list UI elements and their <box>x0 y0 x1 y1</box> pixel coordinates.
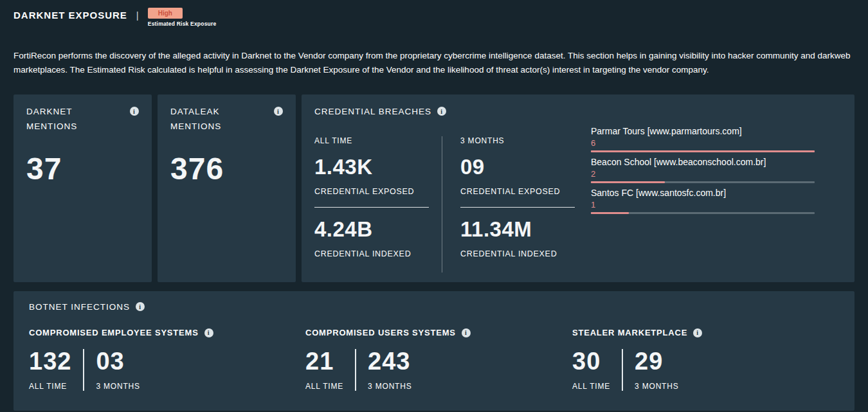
all-time-stat: 132 ALL TIME <box>29 348 71 391</box>
stats-row: 132 ALL TIME 03 3 MONTHS <box>29 348 305 391</box>
info-icon[interactable]: i <box>130 107 139 116</box>
list-item: Santos FC [www.santosfc.com.br] 1 <box>591 188 815 214</box>
breach-bar-fill <box>591 212 629 214</box>
dataleak-mentions-title: DATALEAK MENTIONS i <box>170 105 283 134</box>
breach-bar-fill <box>591 181 665 183</box>
credential-breaches-three-months-column: 3 MONTHS 09 CREDENTIAL EXPOSED 11.34M CR… <box>460 120 588 273</box>
page-title: DARKNET EXPOSURE <box>14 8 127 21</box>
vertical-divider <box>442 136 442 273</box>
risk-badge: High <box>148 8 183 19</box>
section-label: COMPROMISED EMPLOYEE SYSTEMS <box>29 328 199 337</box>
stat-value: 29 <box>635 348 678 375</box>
period-label: 3 MONTHS <box>460 136 588 145</box>
credential-breaches-all-time-column: ALL TIME 1.43K CREDENTIAL EXPOSED 4.24B … <box>314 120 442 273</box>
credential-breaches-card: CREDENTIAL BREACHES i ALL TIME 1.43K CRE… <box>302 94 854 282</box>
all-time-stat: 30 ALL TIME <box>572 348 610 391</box>
compromised-employee-systems-section: COMPROMISED EMPLOYEE SYSTEMS i 132 ALL T… <box>29 328 305 391</box>
breach-domain-name: Parmar Tours [www.parmartours.com] <box>591 126 815 136</box>
vertical-divider <box>622 349 623 391</box>
stat-value: 21 <box>305 348 343 375</box>
credential-exposed-label: CREDENTIAL EXPOSED <box>314 187 442 196</box>
credential-exposed-label: CREDENTIAL EXPOSED <box>460 187 588 196</box>
stat-label: ALL TIME <box>305 382 343 391</box>
divider <box>314 207 429 208</box>
credential-indexed-value: 11.34M <box>460 217 588 242</box>
dataleak-mentions-value: 376 <box>170 151 283 186</box>
darknet-mentions-card: DARKNET MENTIONS i 37 <box>14 94 152 282</box>
stat-label: ALL TIME <box>29 382 71 391</box>
info-icon[interactable]: i <box>204 328 213 337</box>
breach-domain-name: Santos FC [www.santosfc.com.br] <box>591 188 815 198</box>
divider <box>460 207 575 208</box>
botnet-sections: COMPROMISED EMPLOYEE SYSTEMS i 132 ALL T… <box>29 328 839 391</box>
risk-exposure: High Estimated Risk Exposure <box>148 8 217 27</box>
info-icon[interactable]: i <box>136 302 145 311</box>
list-item: Beacon School [www.beaconschool.com.br] … <box>591 157 815 183</box>
three-months-stat: 243 3 MONTHS <box>368 348 411 391</box>
info-icon[interactable]: i <box>437 107 446 116</box>
credential-indexed-label: CREDENTIAL INDEXED <box>460 249 588 258</box>
list-item: Parmar Tours [www.parmartours.com] 6 <box>591 126 815 152</box>
darknet-mentions-value: 37 <box>26 151 139 186</box>
breach-count: 6 <box>591 138 815 148</box>
section-label: COMPROMISED USERS SYSTEMS <box>305 328 456 337</box>
stealer-marketplace-section: STEALER MARKETPLACE i 30 ALL TIME 29 3 M… <box>572 328 839 391</box>
breach-count: 1 <box>591 200 815 210</box>
breach-domain-list: Parmar Tours [www.parmartours.com] 6 Bea… <box>591 120 815 273</box>
vertical-divider <box>83 349 84 391</box>
risk-caption: Estimated Risk Exposure <box>148 21 217 27</box>
credential-exposed-value: 09 <box>460 155 588 179</box>
breach-bar-fill <box>591 150 815 152</box>
credential-breaches-label: CREDENTIAL BREACHES <box>314 105 431 120</box>
botnet-infections-card: BOTNET INFECTIONS i COMPROMISED EMPLOYEE… <box>14 291 854 411</box>
page-header: DARKNET EXPOSURE | High Estimated Risk E… <box>14 8 854 27</box>
credential-exposed-value: 1.43K <box>314 155 442 179</box>
section-description: FortiRecon performs the discovery of the… <box>14 49 854 76</box>
botnet-infections-label: BOTNET INFECTIONS <box>29 300 130 315</box>
breach-domain-name: Beacon School [www.beaconschool.com.br] <box>591 157 815 167</box>
three-months-stat: 29 3 MONTHS <box>635 348 678 391</box>
three-months-stat: 03 3 MONTHS <box>96 348 140 391</box>
info-icon[interactable]: i <box>693 328 702 337</box>
section-title: STEALER MARKETPLACE i <box>572 328 839 337</box>
credential-breaches-title: CREDENTIAL BREACHES i <box>314 105 842 120</box>
darknet-mentions-title: DARKNET MENTIONS i <box>26 105 139 134</box>
stat-label: 3 MONTHS <box>96 382 140 391</box>
stat-value: 03 <box>96 348 140 375</box>
stat-label: 3 MONTHS <box>368 382 411 391</box>
darknet-exposure-page: DARKNET EXPOSURE | High Estimated Risk E… <box>0 0 868 412</box>
section-label: STEALER MARKETPLACE <box>572 328 687 337</box>
stat-label: 3 MONTHS <box>635 382 678 391</box>
dataleak-mentions-label: DATALEAK MENTIONS <box>170 105 238 134</box>
stats-row: 30 ALL TIME 29 3 MONTHS <box>572 348 839 391</box>
breach-count: 2 <box>591 169 815 179</box>
botnet-infections-title: BOTNET INFECTIONS i <box>29 300 839 315</box>
credential-indexed-label: CREDENTIAL INDEXED <box>314 249 442 258</box>
section-title: COMPROMISED EMPLOYEE SYSTEMS i <box>29 328 305 337</box>
vertical-divider <box>355 349 356 391</box>
dataleak-mentions-card: DATALEAK MENTIONS i 376 <box>158 94 296 282</box>
credential-breaches-body: ALL TIME 1.43K CREDENTIAL EXPOSED 4.24B … <box>314 120 842 273</box>
breach-bar <box>591 181 815 183</box>
title-separator: | <box>136 8 139 21</box>
stat-value: 243 <box>368 348 411 375</box>
stat-value: 132 <box>29 348 71 375</box>
credential-indexed-value: 4.24B <box>314 217 442 242</box>
compromised-users-systems-section: COMPROMISED USERS SYSTEMS i 21 ALL TIME … <box>305 328 572 391</box>
info-icon[interactable]: i <box>274 107 283 116</box>
info-icon[interactable]: i <box>462 328 471 337</box>
period-label: ALL TIME <box>314 136 442 145</box>
stats-row: 21 ALL TIME 243 3 MONTHS <box>305 348 572 391</box>
cards-row: DARKNET MENTIONS i 37 DATALEAK MENTIONS … <box>14 94 854 282</box>
all-time-stat: 21 ALL TIME <box>305 348 343 391</box>
breach-bar <box>591 212 815 214</box>
section-title: COMPROMISED USERS SYSTEMS i <box>305 328 572 337</box>
stat-value: 30 <box>572 348 610 375</box>
breach-bar <box>591 150 815 152</box>
stat-label: ALL TIME <box>572 382 610 391</box>
darknet-mentions-label: DARKNET MENTIONS <box>26 105 124 134</box>
